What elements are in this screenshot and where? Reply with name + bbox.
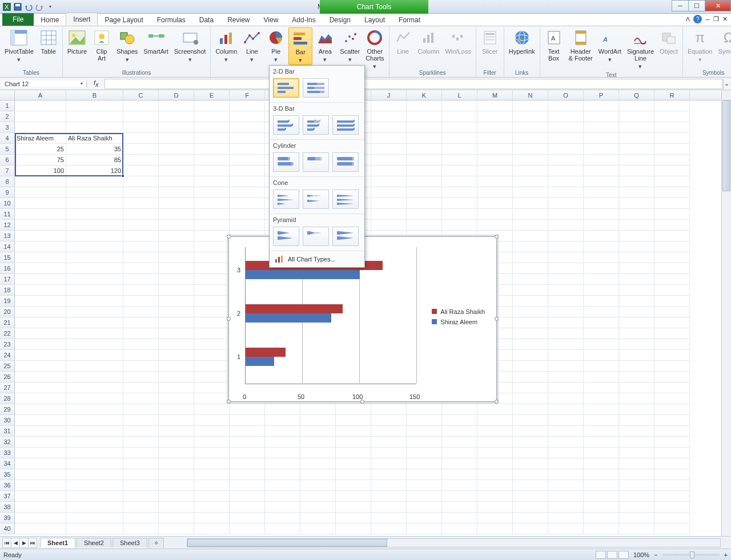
cell[interactable] bbox=[66, 339, 123, 350]
column-header[interactable]: A bbox=[15, 90, 66, 100]
cell[interactable] bbox=[407, 144, 442, 155]
bar-chart-button[interactable]: Bar▾ bbox=[288, 27, 312, 65]
cell[interactable] bbox=[371, 100, 407, 111]
sheet-nav-prev[interactable]: ◀ bbox=[11, 538, 20, 548]
sparkline-line-button[interactable]: Line bbox=[392, 27, 415, 56]
cell[interactable] bbox=[654, 241, 690, 252]
cell[interactable] bbox=[584, 176, 619, 187]
cell[interactable] bbox=[123, 437, 159, 448]
cell[interactable] bbox=[513, 372, 548, 382]
cell[interactable] bbox=[619, 317, 654, 328]
row-header[interactable]: 32 bbox=[0, 437, 15, 448]
cell[interactable] bbox=[619, 350, 654, 361]
tab-file[interactable]: File bbox=[2, 13, 34, 26]
cell[interactable] bbox=[159, 220, 194, 231]
cell[interactable] bbox=[654, 111, 690, 122]
cell[interactable] bbox=[584, 513, 619, 523]
cell[interactable] bbox=[159, 133, 194, 144]
cell[interactable] bbox=[15, 209, 66, 220]
cell[interactable] bbox=[442, 198, 477, 209]
cell[interactable] bbox=[371, 133, 407, 144]
column-header[interactable]: O bbox=[548, 90, 584, 100]
cell[interactable] bbox=[654, 176, 690, 187]
cell[interactable] bbox=[654, 252, 690, 263]
cell[interactable] bbox=[66, 502, 123, 513]
cell[interactable] bbox=[265, 480, 300, 491]
cell[interactable] bbox=[407, 415, 442, 426]
cell[interactable] bbox=[66, 111, 123, 122]
cell[interactable] bbox=[442, 502, 477, 513]
cell[interactable] bbox=[654, 361, 690, 372]
cell[interactable] bbox=[300, 480, 336, 491]
cell[interactable] bbox=[123, 339, 159, 350]
cell[interactable] bbox=[123, 209, 159, 220]
cell[interactable] bbox=[477, 502, 513, 513]
cell[interactable] bbox=[407, 133, 442, 144]
row-header[interactable]: 30 bbox=[0, 415, 15, 426]
cell[interactable] bbox=[548, 437, 584, 448]
cell[interactable] bbox=[159, 155, 194, 166]
cell[interactable] bbox=[619, 393, 654, 404]
cell[interactable] bbox=[442, 100, 477, 111]
slicer-button[interactable]: Slicer bbox=[479, 27, 501, 56]
cell[interactable] bbox=[619, 307, 654, 317]
cell[interactable] bbox=[513, 404, 548, 415]
cell[interactable] bbox=[654, 458, 690, 469]
cell[interactable] bbox=[513, 198, 548, 209]
horizontal-scrollbar[interactable] bbox=[187, 538, 721, 547]
cell[interactable] bbox=[513, 111, 548, 122]
tab-addins[interactable]: Add-Ins bbox=[285, 14, 322, 26]
chart-plot-area[interactable] bbox=[245, 247, 416, 384]
cell[interactable] bbox=[230, 176, 265, 187]
pivottable-button[interactable]: PivotTable▾ bbox=[2, 27, 36, 64]
cell[interactable] bbox=[548, 328, 584, 339]
cell[interactable] bbox=[584, 100, 619, 111]
cell[interactable] bbox=[159, 198, 194, 209]
cell[interactable] bbox=[654, 448, 690, 458]
cell[interactable] bbox=[371, 437, 407, 448]
cell[interactable] bbox=[159, 274, 194, 285]
cell[interactable] bbox=[513, 241, 548, 252]
cell[interactable]: 25 bbox=[15, 144, 66, 155]
cell[interactable] bbox=[513, 382, 548, 393]
cell[interactable] bbox=[548, 187, 584, 198]
cell[interactable] bbox=[15, 469, 66, 480]
cell[interactable] bbox=[442, 458, 477, 469]
cell[interactable] bbox=[159, 263, 194, 274]
cell[interactable] bbox=[159, 523, 194, 534]
cell[interactable] bbox=[123, 220, 159, 231]
cell[interactable] bbox=[654, 100, 690, 111]
cell[interactable] bbox=[619, 241, 654, 252]
cell[interactable] bbox=[513, 350, 548, 361]
cell[interactable] bbox=[230, 523, 265, 534]
cell[interactable] bbox=[584, 296, 619, 307]
cell[interactable] bbox=[442, 220, 477, 231]
cell[interactable] bbox=[619, 144, 654, 155]
sheet-tab-2[interactable]: Sheet2 bbox=[77, 538, 111, 547]
cell[interactable] bbox=[407, 448, 442, 458]
cell[interactable] bbox=[371, 404, 407, 415]
cell[interactable] bbox=[584, 393, 619, 404]
formula-input[interactable] bbox=[105, 79, 723, 89]
cell[interactable] bbox=[371, 209, 407, 220]
cell[interactable] bbox=[584, 458, 619, 469]
cell[interactable] bbox=[123, 122, 159, 133]
view-normal-button[interactable] bbox=[596, 551, 606, 559]
cell[interactable] bbox=[123, 350, 159, 361]
cell[interactable] bbox=[230, 166, 265, 176]
cell[interactable] bbox=[66, 241, 123, 252]
column-header[interactable]: Q bbox=[619, 90, 654, 100]
cell[interactable] bbox=[15, 437, 66, 448]
sparkline-column-button[interactable]: Column bbox=[416, 27, 442, 56]
row-header[interactable]: 37 bbox=[0, 491, 15, 502]
cell[interactable] bbox=[407, 166, 442, 176]
cell[interactable] bbox=[159, 404, 194, 415]
cell[interactable] bbox=[15, 176, 66, 187]
cell[interactable] bbox=[513, 252, 548, 263]
cell[interactable] bbox=[159, 166, 194, 176]
view-page-break-button[interactable] bbox=[618, 551, 629, 559]
cell[interactable] bbox=[194, 415, 230, 426]
cell[interactable] bbox=[584, 166, 619, 176]
chart-type-3d-clustered-bar[interactable] bbox=[273, 115, 299, 135]
sheet-nav-first[interactable]: ⏮ bbox=[2, 538, 11, 548]
